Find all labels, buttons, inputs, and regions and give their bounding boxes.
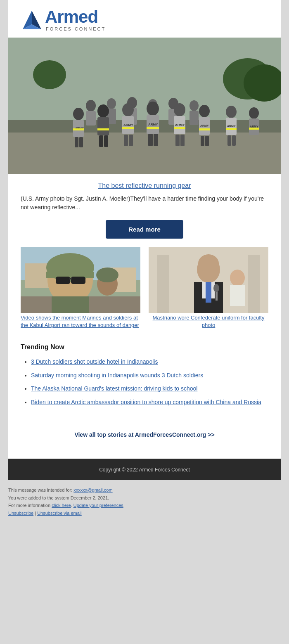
trending-link-1[interactable]: 3 Dutch soldiers shot outside hotel in I… — [31, 358, 158, 365]
svg-rect-37 — [129, 135, 133, 146]
svg-rect-53 — [199, 128, 210, 130]
svg-point-56 — [226, 106, 237, 118]
outer-wrapper: Armed FORCES CONNECT — [0, 0, 289, 532]
svg-rect-48 — [175, 135, 180, 146]
hero-article-link[interactable]: The best reflective running gear — [21, 182, 268, 189]
svg-rect-60 — [227, 135, 231, 146]
trending-section: Trending Now 3 Dutch soldiers shot outsi… — [8, 337, 281, 423]
svg-rect-77 — [52, 296, 89, 313]
svg-rect-83 — [248, 255, 260, 313]
col2-article-link[interactable]: Mastriano wore Confederate uniform for f… — [149, 314, 268, 329]
svg-point-38 — [147, 102, 159, 116]
svg-point-19 — [190, 100, 199, 111]
footer-light: This message was intended for: xxxxxx@gm… — [0, 480, 289, 523]
article-section: The best reflective running gear (U.S. A… — [8, 174, 281, 247]
svg-text:ARMY: ARMY — [227, 125, 236, 128]
svg-rect-88 — [206, 282, 211, 303]
svg-rect-24 — [73, 128, 84, 130]
svg-rect-59 — [226, 128, 237, 130]
svg-rect-36 — [124, 135, 128, 146]
col2-image — [149, 247, 268, 313]
list-item: The Alaska National Guard's latest missi… — [31, 384, 268, 393]
svg-text:ARMY: ARMY — [200, 124, 209, 127]
svg-point-79 — [96, 268, 118, 282]
svg-text:ARMY: ARMY — [250, 125, 258, 128]
list-item: 3 Dutch soldiers shot outside hotel in I… — [31, 357, 268, 366]
copyright-text: Copyright © 2022 Armed Forces Connect — [99, 467, 190, 473]
svg-rect-49 — [180, 135, 185, 146]
svg-rect-74 — [56, 277, 70, 284]
view-all-link[interactable]: View all top stories at ArmedForcesConne… — [74, 431, 214, 438]
svg-rect-61 — [232, 135, 236, 146]
footer-email-link[interactable]: xxxxxx@gmail.com — [73, 488, 112, 492]
svg-rect-73 — [46, 272, 94, 278]
svg-rect-54 — [201, 136, 204, 146]
footer-dark: Copyright © 2022 Armed Forces Connect — [8, 459, 281, 480]
article-excerpt: (U.S. Army photo by Sgt. Justin A. Moell… — [21, 194, 268, 212]
logo-text-block: Armed FORCES CONNECT — [45, 8, 106, 31]
svg-point-62 — [249, 107, 259, 119]
svg-rect-76 — [69, 278, 72, 279]
logo-area: Armed FORCES CONNECT — [21, 8, 268, 31]
email-container: Armed FORCES CONNECT — [8, 0, 281, 480]
col1-image — [21, 247, 140, 313]
svg-rect-82 — [157, 255, 169, 313]
svg-rect-43 — [154, 134, 158, 146]
svg-point-7 — [33, 60, 66, 89]
trending-link-2[interactable]: Saturday morning shooting in Indianapoli… — [31, 372, 203, 379]
more-info-text: For more information — [8, 503, 52, 508]
col-item-2: Mastriano wore Confederate uniform for f… — [149, 247, 268, 329]
svg-rect-10 — [86, 111, 96, 125]
svg-rect-25 — [75, 137, 78, 147]
svg-point-21 — [73, 108, 84, 120]
svg-text:ARMY: ARMY — [175, 123, 185, 127]
svg-rect-31 — [104, 135, 108, 147]
header: Armed FORCES CONNECT — [8, 0, 281, 38]
svg-rect-8 — [8, 133, 281, 174]
col-item-1: Video shows the moment Marines and soldi… — [21, 247, 140, 329]
svg-point-50 — [199, 105, 210, 117]
logo-a: A — [45, 7, 57, 26]
update-prefs-link[interactable]: Update your preferences — [73, 503, 123, 508]
unsub-email-link[interactable]: Unsubscribe via email — [37, 511, 82, 516]
intended-prefix: This message was intended for: — [8, 488, 73, 492]
svg-rect-30 — [99, 135, 103, 147]
svg-point-27 — [97, 104, 109, 118]
two-col-section: Video shows the moment Marines and soldi… — [8, 247, 281, 337]
trending-title: Trending Now — [21, 343, 268, 351]
list-item: Biden to create Arctic ambassador positi… — [31, 398, 268, 407]
svg-rect-29 — [97, 128, 109, 130]
svg-rect-55 — [205, 136, 209, 146]
svg-rect-28 — [97, 117, 109, 135]
logo-name: Armed — [45, 8, 106, 26]
svg-rect-42 — [148, 134, 153, 146]
svg-rect-47 — [174, 127, 185, 129]
svg-rect-35 — [122, 127, 134, 129]
trending-link-4[interactable]: Biden to create Arctic ambassador positi… — [31, 399, 261, 405]
svg-point-32 — [122, 103, 134, 116]
svg-rect-68 — [25, 263, 50, 288]
svg-point-9 — [86, 100, 96, 111]
svg-point-85 — [198, 254, 219, 272]
svg-text:ARMY: ARMY — [123, 123, 133, 127]
click-here-link[interactable]: click here — [52, 503, 71, 508]
trending-list: 3 Dutch soldiers shot outside hotel in I… — [21, 357, 268, 407]
svg-point-44 — [174, 103, 185, 116]
read-more-button[interactable]: Read more — [106, 220, 183, 239]
logo-rmed: rmed — [57, 7, 98, 26]
col1-article-link[interactable]: Video shows the moment Marines and soldi… — [21, 315, 139, 328]
svg-rect-75 — [71, 277, 85, 284]
svg-rect-41 — [147, 127, 159, 129]
svg-rect-92 — [230, 285, 245, 306]
svg-point-91 — [230, 270, 245, 286]
svg-rect-20 — [190, 111, 199, 125]
logo-triangle-icon — [21, 9, 43, 31]
trending-link-3[interactable]: The Alaska National Guard's latest missi… — [31, 385, 197, 392]
svg-rect-65 — [249, 128, 259, 130]
unsubscribe-link[interactable]: Unsubscribe — [8, 511, 33, 516]
added-text: You were added to the system December 2,… — [8, 495, 109, 500]
logo-subtitle: FORCES CONNECT — [46, 26, 106, 31]
svg-point-11 — [107, 98, 116, 109]
svg-rect-26 — [79, 137, 83, 147]
hero-image: ARMY ARMY ARMY — [8, 38, 281, 174]
